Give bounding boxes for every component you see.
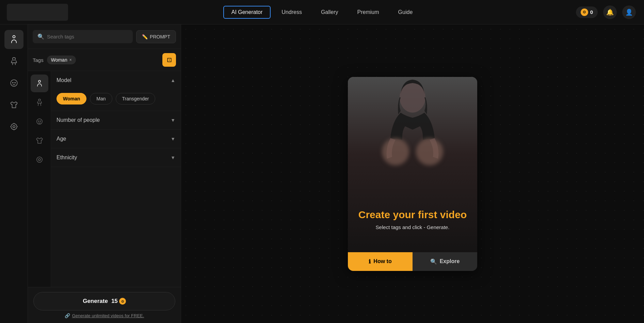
nav-item-premium[interactable]: Premium xyxy=(349,6,387,19)
tag-label: Woman xyxy=(51,57,67,63)
sidebar-icon-clothes[interactable] xyxy=(4,95,23,114)
sidebar-icon-face[interactable] xyxy=(4,74,23,93)
prompt-button[interactable]: ✏️ PROMPT xyxy=(136,30,176,43)
blur-circle-right xyxy=(416,138,443,165)
generate-cost: 15 ⊙ xyxy=(111,298,126,305)
image-placeholder: Create your first video Select tags and … xyxy=(348,77,477,271)
nav-item-ai-generator[interactable]: AI Generator xyxy=(223,6,271,19)
tag-remove-icon[interactable]: × xyxy=(69,58,72,62)
accordion: Model ▲ Woman Man Transgender Number xyxy=(51,71,181,287)
search-input-wrap[interactable]: 🔍 xyxy=(33,30,133,43)
opt-icon-lens[interactable] xyxy=(31,151,48,168)
link-icon: 🔗 xyxy=(65,313,70,318)
opt-icon-clothes[interactable] xyxy=(31,132,48,149)
how-to-label: How to xyxy=(373,258,391,264)
tag-chip-woman[interactable]: Woman × xyxy=(47,55,76,64)
accordion-ethnicity-header[interactable]: Ethnicity ▼ xyxy=(51,148,181,167)
accordion-ethnicity: Ethnicity ▼ xyxy=(51,148,181,167)
free-promo: 🔗 Generate unlimited videos for FREE. xyxy=(33,313,175,318)
image-card: Create your first video Select tags and … xyxy=(348,77,477,271)
accordion-age-chevron: ▼ xyxy=(171,136,175,142)
svg-point-0 xyxy=(13,35,15,38)
coin-icon: ⊙ xyxy=(581,9,588,16)
free-promo-link[interactable]: Generate unlimited videos for FREE. xyxy=(72,313,144,318)
accordion-number-of-people: Number of people ▼ xyxy=(51,111,181,130)
accordion-model-body: Woman Man Transgender xyxy=(51,90,181,111)
main-layout: 🔍 ✏️ PROMPT Tags Woman × ⊡ xyxy=(0,25,644,323)
coins-count: 0 xyxy=(590,9,593,15)
user-button[interactable]: 👤 xyxy=(622,5,636,19)
svg-point-14 xyxy=(37,157,42,162)
nav-item-undress[interactable]: Undress xyxy=(273,6,310,19)
prompt-button-label: PROMPT xyxy=(150,34,170,39)
svg-point-12 xyxy=(38,121,39,122)
explore-label: Explore xyxy=(440,258,460,264)
accordion-age-label: Age xyxy=(57,136,66,142)
tags-label: Tags xyxy=(33,57,44,63)
accordion-number-of-people-header[interactable]: Number of people ▼ xyxy=(51,111,181,129)
sidebar xyxy=(0,25,28,323)
accordion-model: Model ▲ Woman Man Transgender xyxy=(51,71,181,111)
main-nav: AI GeneratorUndressGalleryPremiumGuide xyxy=(223,6,421,19)
accordion-age: Age ▼ xyxy=(51,130,181,148)
generate-cost-number: 15 xyxy=(111,298,118,305)
search-input[interactable] xyxy=(47,34,128,39)
opt-icon-body[interactable] xyxy=(31,94,48,111)
search-bar: 🔍 ✏️ PROMPT xyxy=(28,25,181,49)
overlay-title: Create your first video xyxy=(355,209,470,221)
explore-search-icon: 🔍 xyxy=(430,258,437,265)
sidebar-icon-person[interactable] xyxy=(4,30,23,49)
overlay-text: Create your first video Select tags and … xyxy=(348,209,477,230)
accordion-number-label: Number of people xyxy=(57,117,100,123)
search-icon: 🔍 xyxy=(37,33,44,40)
accordion-model-header[interactable]: Model ▲ xyxy=(51,71,181,90)
sidebar-icon-lens[interactable] xyxy=(4,117,23,136)
svg-point-10 xyxy=(38,80,41,82)
accordion-model-chevron: ▲ xyxy=(171,78,175,83)
model-option-man[interactable]: Man xyxy=(90,93,112,104)
generate-button[interactable]: Generate 15 ⊙ xyxy=(33,292,175,310)
coins-badge[interactable]: ⊙ 0 xyxy=(576,6,598,18)
person-figure xyxy=(348,77,477,271)
accordion-number-chevron: ▼ xyxy=(171,117,175,123)
bell-button[interactable]: 🔔 xyxy=(603,5,617,19)
explore-button[interactable]: 🔍 Explore xyxy=(413,252,477,271)
opt-icon-face[interactable] xyxy=(31,113,48,130)
svg-point-4 xyxy=(11,124,17,129)
nav-item-guide[interactable]: Guide xyxy=(390,6,421,19)
tags-row: Tags Woman × ⊡ xyxy=(28,49,181,71)
svg-point-3 xyxy=(15,82,15,83)
options-icons xyxy=(28,71,51,287)
generate-label: Generate xyxy=(83,298,108,305)
accordion-ethnicity-chevron: ▼ xyxy=(171,155,175,160)
info-icon: ℹ xyxy=(369,258,371,265)
nav-item-gallery[interactable]: Gallery xyxy=(313,6,347,19)
blur-circle-left xyxy=(382,138,409,165)
model-options: Woman Man Transgender xyxy=(57,93,175,104)
card-buttons: ℹ How to 🔍 Explore xyxy=(348,252,477,271)
options-area: Model ▲ Woman Man Transgender Number xyxy=(28,71,181,287)
model-option-woman[interactable]: Woman xyxy=(57,93,86,104)
how-to-button[interactable]: ℹ How to xyxy=(348,252,413,271)
svg-point-5 xyxy=(13,126,15,128)
pencil-icon: ✏️ xyxy=(142,34,148,39)
generate-coin-icon: ⊙ xyxy=(119,298,126,305)
content-area: Create your first video Select tags and … xyxy=(181,25,644,323)
generate-footer: Generate 15 ⊙ 🔗 Generate unlimited video… xyxy=(28,287,181,323)
sidebar-icon-body[interactable] xyxy=(4,52,23,71)
header: AI GeneratorUndressGalleryPremiumGuide ⊙… xyxy=(0,0,644,25)
blur-circles xyxy=(382,138,443,165)
svg-point-13 xyxy=(40,121,41,122)
accordion-age-header[interactable]: Age ▼ xyxy=(51,130,181,148)
accordion-ethnicity-label: Ethnicity xyxy=(57,155,77,161)
header-right: ⊙ 0 🔔 👤 xyxy=(576,5,636,19)
svg-point-15 xyxy=(38,159,41,161)
expand-button[interactable]: ⊡ xyxy=(162,53,176,67)
overlay-subtitle: Select tags and click - Generate. xyxy=(355,224,470,230)
opt-icon-person[interactable] xyxy=(31,75,48,92)
panel: 🔍 ✏️ PROMPT Tags Woman × ⊡ xyxy=(28,25,181,323)
logo xyxy=(7,4,68,21)
model-option-transgender[interactable]: Transgender xyxy=(116,93,156,104)
accordion-model-label: Model xyxy=(57,77,71,83)
svg-point-1 xyxy=(11,80,17,86)
